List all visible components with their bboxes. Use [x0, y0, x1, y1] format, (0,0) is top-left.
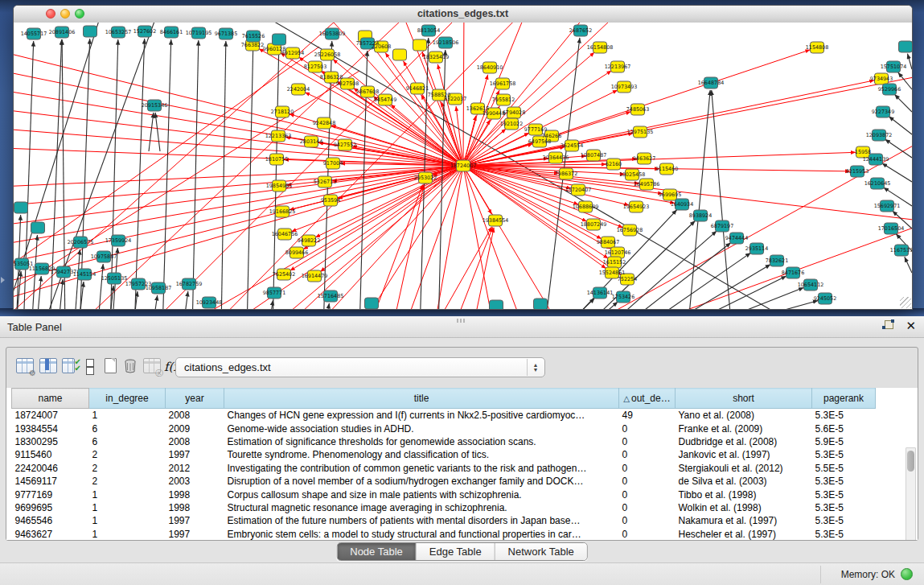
panel-drag-handle[interactable] [457, 319, 466, 323]
graph-node[interactable] [273, 34, 286, 45]
svg-text:1167533: 1167533 [890, 247, 912, 253]
network-window[interactable]: citations_edges.txt 18724007183254191864… [13, 5, 913, 310]
table-row[interactable]: 1456911722003Disruption of a novel membe… [12, 475, 876, 488]
svg-text:2718120: 2718120 [271, 109, 294, 115]
tab-node-table[interactable]: Node Table [337, 543, 417, 560]
svg-text:10653257: 10653257 [105, 29, 132, 35]
svg-text:8127503: 8127503 [304, 64, 326, 70]
show-hide-columns-icon[interactable] [39, 358, 57, 376]
selector-stepper-icon[interactable]: ▲▼ [527, 359, 544, 376]
window-title: citations_edges.txt [14, 8, 912, 19]
table-row[interactable]: 1830029562008Estimation of significance … [12, 435, 876, 448]
table-row[interactable]: 1872400712008Changes of HCN gene express… [12, 409, 876, 422]
svg-text:9474444: 9474444 [725, 235, 748, 241]
status-bar: Memory: OK [0, 562, 924, 585]
graph-node[interactable] [413, 39, 427, 51]
svg-text:9699695: 9699695 [659, 192, 681, 198]
graph-node[interactable] [534, 299, 548, 309]
column-header-in_degree[interactable]: in_degree [89, 389, 166, 409]
svg-text:10688609: 10688609 [573, 204, 599, 210]
tab-edge-table[interactable]: Edge Table [417, 543, 495, 560]
svg-text:15524861: 15524861 [599, 270, 626, 276]
graph-node[interactable] [490, 300, 503, 309]
svg-text:2867608: 2867608 [356, 89, 379, 95]
svg-text:14055717: 14055717 [21, 31, 47, 37]
node-table: namein_degreeyeartitle△out_de…shortpager… [11, 388, 876, 540]
graph-node[interactable] [31, 222, 45, 233]
svg-text:9734943: 9734943 [870, 76, 893, 82]
column-header-out_de[interactable]: △out_de… [619, 389, 676, 409]
svg-text:12444139: 12444139 [863, 156, 889, 163]
delete-trash-icon[interactable] [122, 358, 140, 376]
svg-text:9671385: 9671385 [215, 31, 237, 37]
network-canvas[interactable]: 1872400718325419186409101696175879558128… [14, 23, 912, 309]
row-toggle-icon[interactable] [84, 358, 101, 376]
graph-node[interactable] [84, 26, 97, 37]
svg-text:917004: 917004 [323, 160, 343, 167]
column-header-pagerank[interactable]: pagerank [812, 389, 876, 409]
svg-text:1921022: 1921022 [500, 121, 523, 127]
svg-text:9146821: 9146821 [406, 85, 429, 92]
svg-text:1753426: 1753426 [612, 294, 634, 300]
svg-text:16053809: 16053809 [319, 31, 346, 37]
table-scrollbar-thumb[interactable] [907, 451, 914, 472]
table-row[interactable]: 946554611997Estimation of the future num… [12, 514, 876, 527]
svg-text:8454749: 8454749 [374, 97, 396, 103]
network-table-selector[interactable]: citations_edges.txt ▲▼ [175, 357, 545, 377]
svg-text:7485063: 7485063 [626, 106, 649, 113]
svg-text:8471676: 8471676 [782, 270, 804, 276]
column-header-name[interactable]: name [12, 389, 89, 409]
svg-text:15720407: 15720407 [565, 187, 592, 193]
svg-text:9529966: 9529966 [878, 86, 901, 93]
svg-text:7615526: 7615526 [242, 33, 265, 39]
table-tabs: Node TableEdge TableNetwork Table [336, 542, 588, 561]
select-rows-icon[interactable]: ✔ ✔ [62, 358, 80, 376]
graph-node[interactable] [365, 298, 379, 309]
column-header-year[interactable]: year [166, 389, 224, 409]
svg-text:9327508: 9327508 [336, 80, 359, 87]
graph-node[interactable] [899, 41, 913, 52]
svg-text:5326713: 5326713 [314, 179, 336, 185]
svg-text:17016504: 17016504 [878, 225, 905, 232]
svg-text:6794028: 6794028 [503, 109, 525, 116]
citation-network-graph[interactable]: 1872400718325419186409101696175879558128… [14, 23, 912, 309]
status-divider [820, 566, 821, 583]
table-row[interactable]: 977716911998Corpus callosum shape and si… [12, 488, 876, 501]
svg-text:7625402: 7625402 [273, 271, 295, 278]
window-resize-grip[interactable] [900, 297, 911, 308]
column-header-title[interactable]: title [224, 389, 619, 409]
table-row[interactable]: 1938455462009Genome-wide association stu… [12, 422, 876, 435]
column-header-short[interactable]: short [676, 389, 812, 409]
desktop-background: citations_edges.txt 18724007183254191864… [0, 0, 924, 316]
graph-node[interactable] [393, 49, 407, 60]
svg-text:16210645: 16210645 [864, 180, 891, 187]
graph-node[interactable] [14, 202, 28, 213]
svg-text:18640910: 18640910 [477, 64, 503, 71]
network-window-titlebar[interactable]: citations_edges.txt [14, 6, 912, 23]
svg-text:16154808: 16154808 [587, 44, 614, 51]
table-row[interactable]: 911546021997Tourette syndrome. Phenomeno… [12, 448, 876, 461]
tab-network-table[interactable]: Network Table [495, 543, 587, 560]
svg-text:953594: 953594 [321, 197, 340, 204]
table-toolbar: ⚙ ✔ ✔ [6, 348, 918, 388]
svg-text:2803144: 2803144 [300, 138, 322, 145]
svg-text:6497568: 6497568 [528, 138, 551, 145]
svg-text:1615152: 1615152 [603, 259, 626, 266]
table-scrollbar[interactable] [906, 447, 916, 540]
new-column-icon[interactable] [103, 358, 121, 376]
table-row[interactable]: 2242004622012Investigating the contribut… [12, 462, 876, 475]
panel-collapse-arrow-icon[interactable] [1, 277, 5, 283]
svg-text:9498222: 9498222 [298, 237, 320, 244]
table-row[interactable]: 946362711997Embryonic stem cells: a mode… [12, 528, 876, 540]
delete-table-disabled-icon[interactable]: ⓧ [143, 358, 161, 376]
svg-text:10975887: 10975887 [91, 253, 117, 260]
close-panel-icon[interactable]: ✕ [906, 319, 916, 332]
svg-text:16914479: 16914479 [302, 273, 328, 279]
svg-text:6879197: 6879197 [711, 223, 733, 229]
table-panel-header[interactable]: Table Panel ✕ [0, 316, 924, 338]
table-row[interactable]: 969969511998Structural magnetic resonanc… [12, 501, 876, 514]
svg-text:8099466: 8099466 [285, 249, 308, 256]
table-settings-icon[interactable]: ⚙ [16, 358, 34, 376]
svg-text:7832621: 7832621 [766, 257, 788, 264]
float-window-icon[interactable] [882, 319, 894, 332]
